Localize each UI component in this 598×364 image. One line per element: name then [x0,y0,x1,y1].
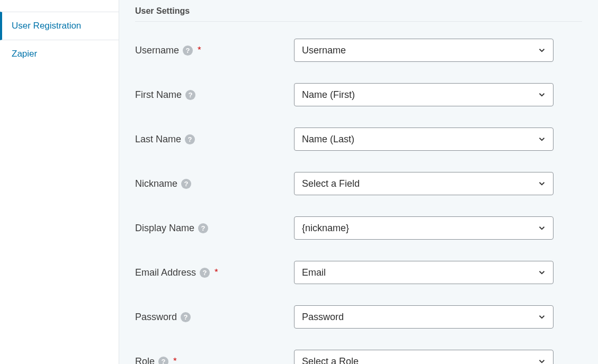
label-wrap-username: Username ? * [135,45,294,56]
sidebar-item-user-registration[interactable]: User Registration [0,12,119,40]
control-wrap-email: Email [294,261,554,284]
label-wrap-nickname: Nickname ? [135,178,294,189]
help-icon[interactable]: ? [198,223,208,233]
select-value: Select a Role [302,356,359,365]
row-nickname: Nickname ? Select a Field [135,172,582,195]
chevron-down-icon [537,268,547,277]
main-panel: User Settings Username ? * Username Firs… [119,0,598,364]
chevron-down-icon [537,179,547,188]
required-asterisk: * [215,267,218,278]
chevron-down-icon [537,46,547,55]
help-icon[interactable]: ? [185,134,195,144]
label-password: Password [135,312,177,323]
select-value: Name (First) [302,89,355,101]
label-wrap-role: Role ? * [135,356,294,365]
row-password: Password ? Password [135,305,582,329]
control-wrap-last-name: Name (Last) [294,128,554,151]
control-wrap-first-name: Name (First) [294,83,554,106]
label-nickname: Nickname [135,178,177,189]
chevron-down-icon [537,357,547,364]
sidebar-item-zapier[interactable]: Zapier [0,40,119,68]
help-icon[interactable]: ? [158,357,168,365]
select-value: Select a Field [302,178,360,189]
select-value: Password [302,312,344,323]
row-role: Role ? * Select a Role [135,350,582,364]
select-nickname[interactable]: Select a Field [294,172,554,195]
control-wrap-password: Password [294,305,554,329]
label-last-name: Last Name [135,134,181,145]
chevron-down-icon [537,312,547,322]
label-wrap-password: Password ? [135,312,294,323]
sidebar-item-label: User Registration [12,21,81,31]
row-username: Username ? * Username [135,39,582,62]
help-icon[interactable]: ? [181,312,191,322]
required-asterisk: * [198,45,201,56]
label-email: Email Address [135,267,196,278]
label-first-name: First Name [135,89,182,101]
chevron-down-icon [537,90,547,99]
row-display-name: Display Name ? {nickname} [135,216,582,240]
select-last-name[interactable]: Name (Last) [294,128,554,151]
select-value: Username [302,45,346,56]
control-wrap-username: Username [294,39,554,62]
sidebar-item-label: Zapier [12,49,37,59]
label-wrap-last-name: Last Name ? [135,134,294,145]
chevron-down-icon [537,223,547,233]
control-wrap-display-name: {nickname} [294,216,554,240]
select-value: Name (Last) [302,134,354,145]
label-username: Username [135,45,179,56]
select-value: Email [302,267,326,278]
row-first-name: First Name ? Name (First) [135,83,582,106]
select-role[interactable]: Select a Role [294,350,554,364]
label-wrap-display-name: Display Name ? [135,223,294,234]
sidebar: User Registration Zapier [0,0,119,364]
row-email: Email Address ? * Email [135,261,582,284]
label-wrap-email: Email Address ? * [135,267,294,278]
select-username[interactable]: Username [294,39,554,62]
help-icon[interactable]: ? [200,268,210,278]
select-password[interactable]: Password [294,305,554,329]
section-title: User Settings [135,0,582,22]
label-display-name: Display Name [135,223,194,234]
label-wrap-first-name: First Name ? [135,89,294,101]
control-wrap-nickname: Select a Field [294,172,554,195]
required-asterisk: * [173,356,177,364]
control-wrap-role: Select a Role [294,350,554,364]
row-last-name: Last Name ? Name (Last) [135,128,582,151]
label-role: Role [135,356,155,365]
select-email[interactable]: Email [294,261,554,284]
help-icon[interactable]: ? [183,46,193,56]
help-icon[interactable]: ? [181,179,191,189]
help-icon[interactable]: ? [185,90,195,100]
select-display-name[interactable]: {nickname} [294,216,554,240]
chevron-down-icon [537,134,547,144]
select-value: {nickname} [302,223,349,234]
select-first-name[interactable]: Name (First) [294,83,554,106]
